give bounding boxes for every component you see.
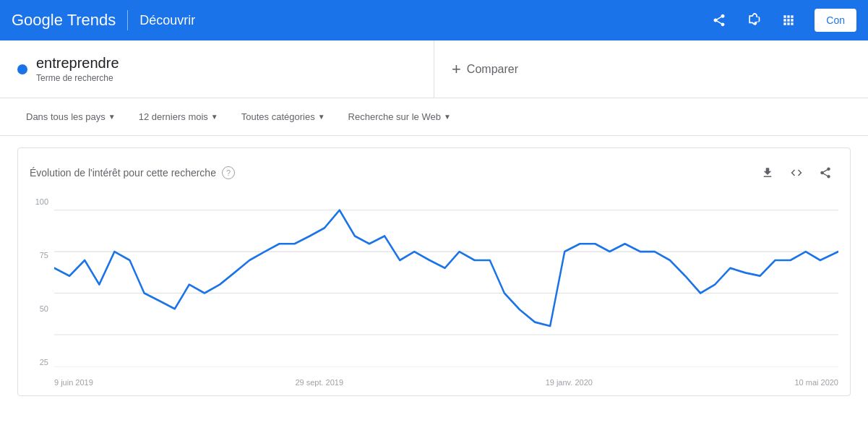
x-label-jan: 19 janv. 2020 (546, 378, 593, 387)
share-button[interactable] (705, 6, 734, 35)
period-filter[interactable]: 12 derniers mois ▼ (130, 107, 227, 127)
type-filter-label: Recherche sur le Web (348, 111, 441, 122)
chart-header: Évolution de l'intérêt pour cette recher… (18, 160, 850, 194)
header-title: Découvrir (139, 13, 195, 28)
chart-plot: 9 juin 2019 29 sept. 2019 19 janv. 2020 … (54, 194, 850, 390)
type-filter-arrow-icon: ▼ (444, 113, 451, 121)
chart-section: Évolution de l'intérêt pour cette recher… (17, 147, 851, 396)
filters-row: Dans tous les pays ▼ 12 derniers mois ▼ … (0, 98, 868, 136)
country-filter-arrow-icon: ▼ (108, 113, 116, 121)
search-term-label: Terme de recherche (36, 73, 119, 83)
embed-button[interactable] (783, 160, 809, 186)
chart-share-button[interactable] (812, 160, 838, 186)
compare-plus-icon: + (452, 60, 461, 79)
search-section: entreprendre Terme de recherche + Compar… (0, 40, 868, 98)
search-term-content: entreprendre Terme de recherche (36, 55, 119, 83)
download-button[interactable] (755, 160, 781, 186)
feedback-button[interactable] (739, 6, 768, 35)
help-icon[interactable]: ? (222, 166, 235, 179)
country-filter-label: Dans tous les pays (26, 111, 106, 122)
category-filter-arrow-icon: ▼ (318, 113, 325, 121)
x-label-sept: 29 sept. 2019 (295, 378, 343, 387)
search-term-area: entreprendre Terme de recherche (0, 40, 434, 98)
header: Google Trends Découvrir Con (0, 0, 868, 40)
compare-button[interactable]: + Comparer (452, 60, 518, 79)
chart-area: 100 75 50 25 9 juin 2019 29 sept. 2019 1… (18, 194, 850, 390)
chart-title: Évolution de l'intérêt pour cette recher… (30, 167, 216, 179)
header-divider (127, 10, 128, 30)
apps-button[interactable] (774, 6, 803, 35)
search-term-text: entreprendre (36, 55, 119, 72)
chart-title-area: Évolution de l'intérêt pour cette recher… (30, 166, 235, 179)
y-axis: 100 75 50 25 (18, 194, 54, 390)
connect-button[interactable]: Con (815, 9, 856, 32)
period-filter-arrow-icon: ▼ (211, 113, 218, 121)
category-filter[interactable]: Toutes catégories ▼ (233, 107, 334, 127)
type-filter[interactable]: Recherche sur le Web ▼ (340, 107, 460, 127)
search-dot (17, 64, 27, 74)
y-label-100: 100 (24, 197, 48, 206)
y-label-25: 25 (24, 358, 48, 366)
compare-label: Comparer (467, 63, 518, 76)
chart-svg (54, 194, 838, 382)
header-icons: Con (705, 6, 856, 35)
compare-area: + Comparer (434, 40, 868, 98)
period-filter-label: 12 derniers mois (139, 111, 208, 122)
y-label-75: 75 (24, 251, 48, 260)
x-label-june: 9 juin 2019 (54, 378, 93, 387)
x-label-may: 10 mai 2020 (794, 378, 838, 387)
country-filter[interactable]: Dans tous les pays ▼ (17, 107, 124, 127)
logo-area: Google Trends (12, 11, 116, 30)
logo-text: Google Trends (12, 11, 116, 30)
chart-actions (755, 160, 838, 186)
category-filter-label: Toutes catégories (241, 111, 315, 122)
y-label-50: 50 (24, 304, 48, 313)
